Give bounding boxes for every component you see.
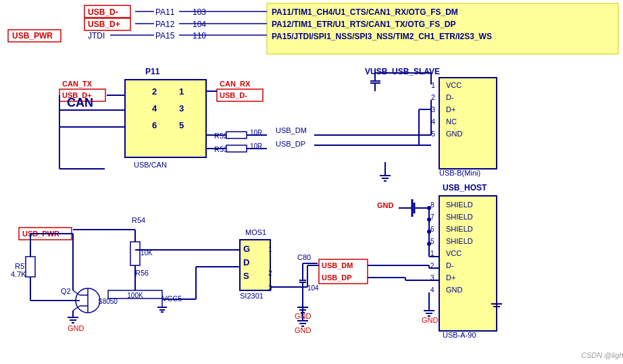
can-label: CAN bbox=[67, 96, 93, 109]
svg-text:SHIELD: SHIELD bbox=[446, 213, 473, 221]
svg-text:SHIELD: SHIELD bbox=[446, 201, 473, 209]
svg-text:6: 6 bbox=[152, 120, 157, 130]
svg-text:GND: GND bbox=[295, 326, 312, 334]
svg-rect-22 bbox=[125, 80, 206, 157]
svg-text:103: 103 bbox=[193, 7, 206, 17]
svg-text:104: 104 bbox=[307, 284, 319, 292]
svg-text:G: G bbox=[243, 244, 250, 254]
svg-text:S: S bbox=[243, 271, 249, 281]
svg-text:USB_D-: USB_D- bbox=[220, 91, 247, 99]
svg-text:D+: D+ bbox=[446, 105, 455, 113]
svg-point-110 bbox=[427, 242, 431, 246]
svg-text:10R: 10R bbox=[250, 129, 262, 136]
svg-text:VCC: VCC bbox=[446, 81, 462, 89]
watermark: CSDN @light_2025 bbox=[581, 351, 623, 359]
svg-point-109 bbox=[427, 230, 431, 234]
svg-text:USB_D-: USB_D- bbox=[88, 7, 118, 17]
schematic-svg: PA11/TIM1_CH4/U1_CTS/CAN1_RX/OTG_FS_DM P… bbox=[0, 0, 623, 364]
tooltip-line3: PA15/JTDI/SPI1_NSS/SPI3_NSS/TIM2_CH1_ETR… bbox=[272, 32, 492, 41]
svg-text:VCC: VCC bbox=[446, 249, 462, 257]
svg-text:4.7K: 4.7K bbox=[11, 270, 26, 278]
svg-text:USB_DM: USB_DM bbox=[276, 126, 307, 134]
svg-text:Q2: Q2 bbox=[61, 287, 71, 295]
schematic-container: PA11/TIM1_CH4/U1_CTS/CAN1_RX/OTG_FS_DM P… bbox=[0, 0, 623, 364]
svg-text:GND: GND bbox=[377, 201, 394, 209]
svg-text:PA15: PA15 bbox=[155, 31, 175, 41]
svg-text:USB/CAN: USB/CAN bbox=[134, 161, 167, 169]
svg-text:100K: 100K bbox=[127, 292, 143, 299]
svg-text:GND: GND bbox=[446, 286, 463, 294]
svg-text:110: 110 bbox=[193, 31, 206, 41]
svg-text:3: 3 bbox=[179, 103, 184, 113]
svg-text:USB_DP: USB_DP bbox=[276, 140, 305, 148]
svg-rect-148 bbox=[130, 242, 140, 265]
svg-text:R56: R56 bbox=[135, 269, 149, 277]
tooltip-line2: PA12/TIM1_ETR/U1_RTS/CAN1_TX/OTG_FS_DP bbox=[272, 20, 456, 29]
svg-text:1: 1 bbox=[268, 246, 272, 253]
svg-text:D: D bbox=[243, 257, 249, 267]
svg-text:SI2301: SI2301 bbox=[240, 292, 264, 300]
svg-text:USB-B(Mini): USB-B(Mini) bbox=[439, 169, 480, 177]
svg-text:PA11: PA11 bbox=[155, 7, 175, 17]
svg-text:D+: D+ bbox=[446, 274, 455, 282]
tooltip-line1: PA11/TIM1_CH4/U1_CTS/CAN1_RX/OTG_FS_DM bbox=[272, 7, 458, 17]
svg-text:USB_DM: USB_DM bbox=[322, 261, 353, 269]
svg-text:USB_PWR: USB_PWR bbox=[12, 31, 53, 41]
svg-text:10R: 10R bbox=[250, 142, 262, 150]
svg-text:CAN_TX: CAN_TX bbox=[62, 80, 93, 88]
svg-text:2: 2 bbox=[152, 86, 157, 97]
svg-text:5: 5 bbox=[179, 120, 184, 130]
svg-text:R54: R54 bbox=[132, 216, 145, 224]
svg-text:SHIELD: SHIELD bbox=[446, 225, 473, 233]
svg-text:USB_DP: USB_DP bbox=[322, 274, 352, 282]
svg-text:USB_D+: USB_D+ bbox=[88, 20, 120, 29]
svg-text:JTDI: JTDI bbox=[88, 31, 105, 41]
svg-text:1: 1 bbox=[179, 86, 184, 97]
svg-text:C80: C80 bbox=[297, 253, 311, 261]
svg-text:USB-A-90: USB-A-90 bbox=[443, 331, 476, 339]
svg-text:USB_SLAVE: USB_SLAVE bbox=[392, 67, 440, 76]
svg-text:GND: GND bbox=[68, 324, 84, 332]
svg-text:SHIELD: SHIELD bbox=[446, 237, 473, 245]
svg-text:GND: GND bbox=[422, 316, 439, 324]
svg-point-108 bbox=[427, 217, 431, 222]
svg-point-107 bbox=[427, 206, 431, 210]
svg-text:104: 104 bbox=[193, 20, 206, 29]
svg-text:GND: GND bbox=[446, 130, 463, 138]
svg-text:VUSB: VUSB bbox=[365, 67, 388, 76]
svg-text:4: 4 bbox=[152, 103, 157, 113]
svg-text:CAN_RX: CAN_RX bbox=[220, 80, 251, 88]
svg-text:3: 3 bbox=[268, 284, 272, 292]
svg-rect-174 bbox=[26, 257, 35, 277]
svg-text:2: 2 bbox=[268, 269, 272, 277]
svg-rect-45 bbox=[226, 132, 247, 138]
svg-text:NC: NC bbox=[446, 118, 457, 126]
svg-rect-48 bbox=[226, 145, 247, 152]
svg-text:D-: D- bbox=[446, 93, 454, 101]
svg-text:MOS1: MOS1 bbox=[245, 228, 266, 236]
svg-text:PA12: PA12 bbox=[155, 20, 175, 29]
svg-text:USB_HOST: USB_HOST bbox=[443, 183, 487, 192]
svg-text:P11: P11 bbox=[145, 67, 160, 76]
svg-text:D-: D- bbox=[446, 261, 454, 269]
svg-text:S8050: S8050 bbox=[98, 298, 118, 305]
svg-text:4: 4 bbox=[430, 286, 434, 294]
